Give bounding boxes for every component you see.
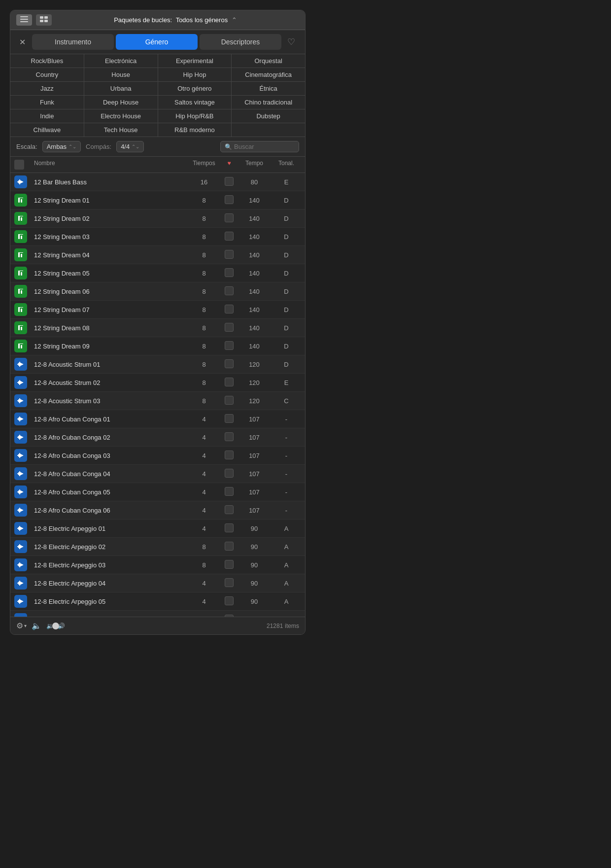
table-row[interactable]: 12 String Dream 068140D	[10, 282, 305, 301]
genre-item[interactable]: Chino tradicional	[232, 96, 305, 109]
genre-item[interactable]: Cinematográfica	[232, 68, 305, 81]
track-favorite[interactable]	[221, 195, 237, 206]
tab-genero[interactable]: Género	[116, 34, 198, 50]
favorite-checkbox[interactable]	[225, 505, 234, 514]
view-list-button[interactable]	[16, 14, 32, 26]
track-favorite[interactable]	[221, 378, 237, 388]
table-row[interactable]: 12-8 Electric Arpeggio 06490A	[10, 611, 305, 617]
table-row[interactable]: 12-8 Electric Arpeggio 01490A	[10, 520, 305, 538]
genre-item[interactable]: Urbana	[84, 82, 158, 95]
table-row[interactable]: 12-8 Acoustic Strum 028120E	[10, 374, 305, 392]
track-favorite[interactable]	[221, 323, 237, 333]
table-row[interactable]: 12 String Dream 098140D	[10, 337, 305, 355]
track-favorite[interactable]	[221, 341, 237, 351]
beat-select[interactable]: 4/4 ⌃⌄	[116, 141, 144, 152]
table-row[interactable]: 12-8 Afro Cuban Conga 034107-	[10, 447, 305, 465]
genre-item[interactable]: Deep House	[84, 96, 158, 109]
genre-item[interactable]: Chillwave	[10, 123, 84, 137]
genre-item[interactable]: Dubstep	[232, 109, 305, 123]
genre-item[interactable]: Experimental	[158, 54, 232, 68]
favorite-checkbox[interactable]	[225, 596, 234, 605]
table-row[interactable]: 12-8 Electric Arpeggio 02890A	[10, 538, 305, 556]
track-favorite[interactable]	[221, 305, 237, 315]
table-row[interactable]: 12 String Dream 058140D	[10, 264, 305, 282]
table-row[interactable]: 12-8 Afro Cuban Conga 044107-	[10, 465, 305, 483]
favorite-checkbox[interactable]	[225, 232, 234, 241]
track-favorite[interactable]	[221, 469, 237, 479]
track-favorite[interactable]	[221, 359, 237, 370]
track-favorite[interactable]	[221, 487, 237, 497]
genre-item[interactable]: Funk	[10, 96, 84, 109]
favorite-checkbox[interactable]	[225, 451, 234, 459]
genre-item[interactable]: Country	[10, 68, 84, 81]
track-favorite[interactable]	[221, 177, 237, 187]
search-input[interactable]	[234, 143, 295, 150]
table-row[interactable]: 12-8 Afro Cuban Conga 064107-	[10, 501, 305, 520]
table-row[interactable]: 12-8 Electric Arpeggio 03890A	[10, 556, 305, 574]
favorite-checkbox[interactable]	[225, 523, 234, 532]
track-favorite[interactable]	[221, 414, 237, 424]
table-row[interactable]: 12 Bar Blues Bass1680E	[10, 173, 305, 191]
favorite-checkbox[interactable]	[225, 542, 234, 551]
genre-item[interactable]	[232, 123, 305, 137]
favorite-checkbox[interactable]	[225, 250, 234, 259]
track-favorite[interactable]	[221, 286, 237, 297]
search-box[interactable]: 🔍	[220, 141, 299, 152]
favorite-checkbox[interactable]	[225, 268, 234, 277]
genre-item[interactable]: Jazz	[10, 82, 84, 95]
table-row[interactable]: 12 String Dream 018140D	[10, 191, 305, 209]
genre-item[interactable]: Orquestal	[232, 54, 305, 68]
track-favorite[interactable]	[221, 542, 237, 552]
table-row[interactable]: 12 String Dream 088140D	[10, 319, 305, 337]
track-favorite[interactable]	[221, 560, 237, 570]
track-favorite[interactable]	[221, 523, 237, 534]
favorite-checkbox[interactable]	[225, 487, 234, 496]
track-favorite[interactable]	[221, 432, 237, 443]
favorite-checkbox[interactable]	[225, 323, 234, 332]
favorite-checkbox[interactable]	[225, 469, 234, 478]
tab-instrumento[interactable]: Instrumento	[32, 34, 114, 50]
track-favorite[interactable]	[221, 596, 237, 607]
genre-item[interactable]: House	[84, 68, 158, 81]
track-favorite[interactable]	[221, 268, 237, 278]
favorites-heart-button[interactable]: ♡	[283, 34, 299, 50]
genre-item[interactable]: Hip Hop/R&B	[158, 109, 232, 123]
table-row[interactable]: 12 String Dream 048140D	[10, 246, 305, 264]
table-row[interactable]: 12-8 Afro Cuban Conga 014107-	[10, 410, 305, 428]
genre-item[interactable]: Rock/Blues	[10, 54, 84, 68]
settings-button[interactable]: ⚙ ▾	[16, 621, 27, 630]
favorite-checkbox[interactable]	[225, 213, 234, 222]
genre-item[interactable]: Tech House	[84, 123, 158, 137]
track-favorite[interactable]	[221, 232, 237, 242]
genre-item[interactable]: Hip Hop	[158, 68, 232, 81]
table-row[interactable]: 12-8 Acoustic Strum 018120D	[10, 355, 305, 374]
favorite-checkbox[interactable]	[225, 359, 234, 368]
track-favorite[interactable]	[221, 213, 237, 224]
favorite-checkbox[interactable]	[225, 286, 234, 295]
favorite-checkbox[interactable]	[225, 177, 234, 186]
view-grid-button[interactable]	[36, 14, 52, 26]
favorite-checkbox[interactable]	[225, 341, 234, 350]
genre-item[interactable]: Electrónica	[84, 54, 158, 68]
favorite-checkbox[interactable]	[225, 615, 234, 617]
table-row[interactable]: 12 String Dream 038140D	[10, 228, 305, 246]
genre-item[interactable]: Saltos vintage	[158, 96, 232, 109]
table-row[interactable]: 12 String Dream 078140D	[10, 301, 305, 319]
table-row[interactable]: 12-8 Acoustic Strum 038120C	[10, 392, 305, 410]
table-row[interactable]: 12-8 Electric Arpeggio 05490A	[10, 592, 305, 611]
track-favorite[interactable]	[221, 615, 237, 617]
table-row[interactable]: 12-8 Afro Cuban Conga 024107-	[10, 428, 305, 447]
table-row[interactable]: 12-8 Electric Arpeggio 04490A	[10, 574, 305, 592]
tab-descriptores[interactable]: Descriptores	[200, 34, 281, 50]
genre-item[interactable]: R&B moderno	[158, 123, 232, 137]
track-favorite[interactable]	[221, 451, 237, 461]
favorite-checkbox[interactable]	[225, 396, 234, 405]
favorite-checkbox[interactable]	[225, 432, 234, 441]
track-favorite[interactable]	[221, 250, 237, 260]
speaker-icon[interactable]: 🔈	[32, 621, 41, 630]
genre-item[interactable]: Indie	[10, 109, 84, 123]
track-favorite[interactable]	[221, 396, 237, 406]
genre-item[interactable]: Electro House	[84, 109, 158, 123]
track-favorite[interactable]	[221, 505, 237, 516]
favorite-checkbox[interactable]	[225, 305, 234, 313]
